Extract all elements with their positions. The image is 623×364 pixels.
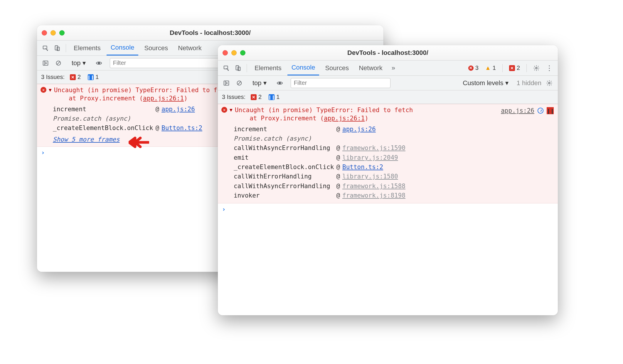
svg-line-6 xyxy=(57,62,60,64)
error-icon: ✕ xyxy=(41,87,46,93)
status-issues[interactable]: ✕2 xyxy=(507,64,522,72)
device-toggle-icon[interactable] xyxy=(52,43,62,53)
hidden-count[interactable]: 1 hidden xyxy=(517,79,541,87)
traffic-zoom-icon[interactable] xyxy=(59,30,65,36)
stack-frame-location-link[interactable]: Button.ts:2 xyxy=(342,164,383,171)
tab-elements[interactable]: Elements xyxy=(70,41,105,55)
context-selector[interactable]: top ▾ xyxy=(250,78,269,88)
svg-point-17 xyxy=(548,82,550,84)
console-toolbar: top ▾ Custom levels ▾ 1 hidden xyxy=(218,76,558,90)
more-tabs-icon[interactable]: » xyxy=(388,63,398,73)
error-message: Uncaught (in promise) TypeError: Failed … xyxy=(235,106,413,123)
stack-frame-row: increment@app.js:26 xyxy=(234,124,408,134)
stack-frame-function: callWithAsyncErrorHandling xyxy=(234,181,336,191)
svg-line-15 xyxy=(238,82,240,84)
traffic-minimize-icon[interactable] xyxy=(50,30,56,36)
console-output: app.js:26 ❙❙ ✕ ▼ Uncaught (in promise) T… xyxy=(218,104,558,215)
traffic-close-icon[interactable] xyxy=(223,50,228,55)
stack-frame-row: callWithAsyncErrorHandling@framework.js:… xyxy=(234,143,408,153)
annotation-arrow-icon xyxy=(129,135,149,151)
tab-sources[interactable]: Sources xyxy=(140,41,172,55)
stack-frame-at: @ xyxy=(155,105,161,114)
error-source-link[interactable]: app.js:26:1 xyxy=(143,95,184,102)
stack-frame-function: invoker xyxy=(234,191,336,200)
tab-sources[interactable]: Sources xyxy=(321,60,353,75)
issues-messages[interactable]: ❙❙1 xyxy=(267,93,281,101)
tab-console[interactable]: Console xyxy=(107,41,139,55)
filter-input[interactable] xyxy=(291,78,390,88)
traffic-minimize-icon[interactable] xyxy=(231,50,237,55)
stack-frame-at: @ xyxy=(336,143,342,153)
stack-frame-function: _createElementBlock.onClick xyxy=(234,162,336,172)
stack-frame-location-link[interactable]: app.js:26 xyxy=(161,106,195,113)
tab-elements[interactable]: Elements xyxy=(250,60,286,75)
stack-divider: Promise.catch (async) xyxy=(234,134,408,143)
reload-icon[interactable] xyxy=(537,107,544,114)
tab-console[interactable]: Console xyxy=(287,60,319,75)
stack-frame-location-link[interactable]: framework.js:1588 xyxy=(342,183,405,190)
svg-rect-0 xyxy=(43,46,47,49)
stack-frame-location-link[interactable]: app.js:26 xyxy=(342,126,376,133)
traffic-zoom-icon[interactable] xyxy=(240,50,245,55)
window-title: DevTools - localhost:3000/ xyxy=(37,29,383,37)
error-source-link[interactable]: app.js:26:1 xyxy=(324,115,365,122)
stack-frame-function: increment xyxy=(234,124,336,134)
stack-frame-at: @ xyxy=(336,172,342,181)
settings-icon[interactable] xyxy=(531,63,541,73)
stack-frame-function: _createElementBlock.onClick xyxy=(53,123,155,133)
live-expression-icon[interactable] xyxy=(94,58,104,68)
svg-rect-1 xyxy=(55,45,58,50)
stack-divider: Promise.catch (async) xyxy=(53,114,205,123)
tab-network[interactable]: Network xyxy=(174,41,206,55)
show-more-frames-link[interactable]: Show 5 more frames xyxy=(53,136,120,143)
status-warnings[interactable]: ▲1 xyxy=(483,64,498,72)
issues-label: 3 Issues: xyxy=(41,74,65,80)
stack-frame-at: @ xyxy=(336,124,342,134)
stack-frame-row: invoker@framework.js:8198 xyxy=(234,191,408,200)
log-levels-selector[interactable]: Custom levels ▾ xyxy=(460,78,511,88)
stack-frame-function: callWithErrorHandling xyxy=(234,172,336,181)
stack-frame-location-link[interactable]: Button.ts:2 xyxy=(161,124,202,132)
stack-frame-at: @ xyxy=(336,181,342,191)
disclosure-triangle-icon[interactable]: ▼ xyxy=(230,107,233,113)
stack-frame-location-link[interactable]: framework.js:1590 xyxy=(342,144,405,151)
console-prompt[interactable]: › xyxy=(218,203,558,215)
error-message: Uncaught (in promise) TypeError: Failed … xyxy=(54,86,217,103)
console-error: app.js:26 ❙❙ ✕ ▼ Uncaught (in promise) T… xyxy=(218,104,558,203)
device-toggle-icon[interactable] xyxy=(233,63,243,73)
issues-messages[interactable]: ❙❙1 xyxy=(86,73,100,81)
svg-point-7 xyxy=(98,62,100,64)
feedback-icon[interactable]: ❙❙ xyxy=(547,107,554,114)
disclosure-triangle-icon[interactable]: ▼ xyxy=(49,87,52,93)
stack-frame-at: @ xyxy=(336,153,342,162)
live-expression-icon[interactable] xyxy=(275,78,285,88)
stack-frame-row: _createElementBlock.onClick@Button.ts:2 xyxy=(234,162,408,172)
stack-frame-location-link[interactable]: library.js:1580 xyxy=(342,173,398,180)
svg-point-16 xyxy=(279,82,281,84)
kebab-menu-icon[interactable]: ⋮ xyxy=(544,63,554,73)
inspect-icon[interactable] xyxy=(41,43,50,53)
context-selector[interactable]: top ▾ xyxy=(69,58,88,68)
tab-network[interactable]: Network xyxy=(355,60,387,75)
stack-frame-row: emit@library.js:2049 xyxy=(234,153,408,162)
inspect-icon[interactable] xyxy=(221,63,231,73)
error-source-right-link[interactable]: app.js:26 xyxy=(501,107,534,115)
issues-bar: 3 Issues: ✕2 ❙❙1 xyxy=(218,90,558,104)
traffic-close-icon[interactable] xyxy=(42,30,47,36)
console-settings-icon[interactable] xyxy=(544,78,554,88)
clear-console-icon[interactable] xyxy=(53,58,63,68)
clear-console-icon[interactable] xyxy=(234,78,244,88)
stack-frame-at: @ xyxy=(336,162,342,172)
issues-errors[interactable]: ✕2 xyxy=(249,93,263,101)
stack-frame-at: @ xyxy=(155,123,161,133)
stack-frame-location-link[interactable]: library.js:2049 xyxy=(342,154,398,161)
issues-errors[interactable]: ✕2 xyxy=(68,73,82,81)
sidebar-toggle-icon[interactable] xyxy=(221,78,231,88)
stack-frame-function: increment xyxy=(53,105,155,114)
status-errors[interactable]: ✕3 xyxy=(467,64,480,72)
stack-frame-location-link[interactable]: framework.js:8198 xyxy=(342,192,405,199)
stack-trace: increment@app.js:26Promise.catch (async)… xyxy=(221,123,554,200)
window-title: DevTools - localhost:3000/ xyxy=(218,49,558,57)
sidebar-toggle-icon[interactable] xyxy=(41,58,50,68)
stack-frame-row: callWithAsyncErrorHandling@framework.js:… xyxy=(234,181,408,191)
